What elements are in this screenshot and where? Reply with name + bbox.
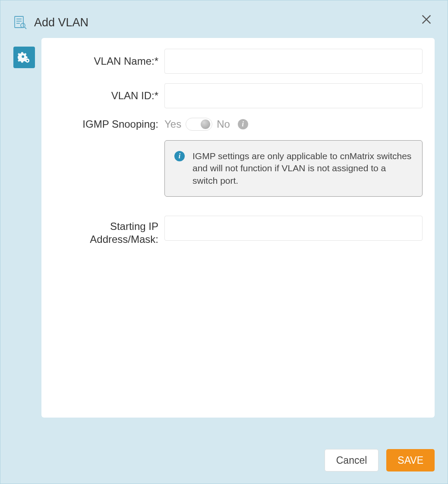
info-row: i IGMP settings are only applicable to c… (46, 140, 423, 197)
igmp-no-label: No (217, 118, 230, 130)
toggle-knob (201, 119, 210, 129)
svg-rect-0 (15, 16, 23, 28)
starting-ip-input[interactable] (164, 216, 423, 241)
vlan-id-label: VLAN ID:* (46, 89, 164, 102)
settings-tab[interactable] (13, 47, 35, 68)
igmp-label: IGMP Snooping: (46, 118, 164, 131)
vlan-id-input[interactable] (164, 83, 423, 108)
save-button[interactable]: SAVE (386, 449, 435, 471)
igmp-toggle-group: Yes No i (164, 118, 248, 131)
vlan-name-label: VLAN Name:* (46, 55, 164, 68)
igmp-toggle[interactable] (186, 118, 212, 131)
igmp-row: IGMP Snooping: Yes No i (46, 118, 423, 131)
dialog-header: Add VLAN (0, 0, 448, 38)
igmp-yes-label: Yes (164, 118, 181, 130)
vlan-name-row: VLAN Name:* (46, 49, 423, 74)
svg-point-8 (22, 55, 24, 58)
close-button[interactable] (420, 13, 432, 25)
form-panel: VLAN Name:* VLAN ID:* IGMP Snooping: Yes… (41, 38, 435, 418)
document-search-icon (13, 16, 27, 29)
svg-line-5 (25, 27, 26, 29)
info-icon[interactable]: i (238, 119, 248, 129)
gears-icon (18, 51, 31, 64)
vlan-id-row: VLAN ID:* (46, 83, 423, 108)
cancel-button[interactable]: Cancel (325, 449, 379, 471)
svg-point-4 (21, 23, 25, 28)
vlan-name-input[interactable] (164, 49, 423, 74)
starting-ip-row: Starting IP Address/Mask: (46, 216, 423, 246)
svg-point-10 (27, 60, 28, 62)
dialog-footer: Cancel SAVE (325, 449, 435, 471)
dialog-title: Add VLAN (34, 16, 88, 29)
dialog-body: VLAN Name:* VLAN ID:* IGMP Snooping: Yes… (0, 38, 448, 418)
info-box: i IGMP settings are only applicable to c… (164, 140, 423, 197)
info-icon: i (174, 151, 185, 161)
info-text: IGMP settings are only applicable to cnM… (192, 150, 413, 187)
starting-ip-label: Starting IP Address/Mask: (46, 216, 164, 246)
